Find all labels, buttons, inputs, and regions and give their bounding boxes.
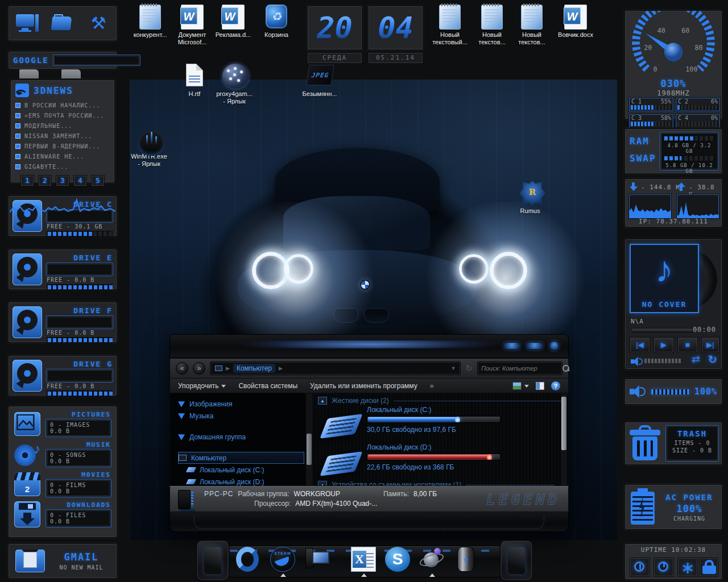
desktop-icon[interactable]: W Реклама.d... xyxy=(214,5,253,39)
breadcrumb[interactable]: ▶ Компьютер ▶ ▼ xyxy=(210,361,461,375)
lock-button[interactable] xyxy=(699,558,718,577)
pictures-icon[interactable] xyxy=(14,412,40,436)
disk-item-c[interactable]: Локальный диск (C:) 30,0 ГБ свободно из … xyxy=(325,406,500,439)
collapse-icon[interactable]: ▲ xyxy=(318,397,327,405)
downloads-icon[interactable] xyxy=(14,501,40,527)
window-titlebar[interactable] xyxy=(169,334,569,358)
search-box[interactable] xyxy=(477,361,562,375)
power-button[interactable] xyxy=(653,558,674,577)
computer-icon[interactable] xyxy=(15,13,39,34)
desktop-icon[interactable]: WinMTR.exe - Ярлык xyxy=(130,126,168,168)
system-properties-button[interactable]: Свойства системы xyxy=(238,382,297,390)
dock-canister-icon[interactable] xyxy=(453,547,478,572)
player-volume-icon[interactable] xyxy=(631,356,644,367)
dock-excel-icon[interactable]: X xyxy=(351,547,376,572)
views-button[interactable] xyxy=(512,382,529,390)
desktop-icon[interactable]: R Rumus xyxy=(513,181,547,215)
organize-button[interactable]: Упорядочить xyxy=(178,382,226,390)
previous-button[interactable]: |◀ xyxy=(630,337,650,353)
pictures-folder-icon[interactable] xyxy=(51,13,75,34)
music-icon[interactable]: ♪ xyxy=(14,442,40,466)
disk-item-d[interactable]: Локальный диск (D:) 22,6 ГБ свободно из … xyxy=(325,443,500,476)
dock-computer-icon[interactable] xyxy=(304,547,329,572)
trash-widget[interactable]: TRASH ITEMS - 0 SIZE - 0 B xyxy=(624,422,722,465)
gmail-status: NO NEW MAIL xyxy=(53,564,110,571)
google-search-input[interactable] xyxy=(53,55,140,65)
gmail-widget[interactable]: GMAIL NO NEW MAIL xyxy=(8,543,117,579)
preview-pane-button[interactable] xyxy=(536,382,544,390)
news-item[interactable]: МОДУЛЬНЫЕ... xyxy=(15,120,110,131)
desktop-icon[interactable]: W Документ Microsof... xyxy=(173,5,212,46)
dock-atom-icon[interactable] xyxy=(419,547,444,572)
desktop-icon[interactable]: JPEG Безымянн... xyxy=(300,64,339,98)
breadcrumb-current[interactable]: Компьютер xyxy=(233,364,275,373)
group-header-hdd[interactable]: ▲ Жесткие диски (2) xyxy=(312,393,568,406)
search-input[interactable] xyxy=(481,365,562,372)
news-item[interactable]: ALIENWARE НЕ... xyxy=(15,151,110,161)
hidden-tab-right[interactable] xyxy=(61,69,81,80)
maximize-button[interactable] xyxy=(526,342,543,350)
desktop-icon[interactable]: proxy4gam... - Ярлык xyxy=(215,64,254,105)
news-page-button[interactable]: 1 xyxy=(20,175,34,186)
repeat-icon[interactable]: ↻ xyxy=(708,353,717,366)
nav-item-pictures[interactable]: Изображения xyxy=(178,398,312,410)
news-page-button[interactable]: 5 xyxy=(91,175,105,186)
nav-item-computer[interactable]: Компьютер xyxy=(178,452,304,464)
nav-scrollbar[interactable] xyxy=(306,393,312,485)
recycle-bin-icon[interactable]: Корзина xyxy=(257,5,296,39)
news-page-button[interactable]: 4 xyxy=(73,175,87,186)
address-dropdown-icon[interactable]: ▼ xyxy=(451,365,456,371)
play-button[interactable]: ▶ xyxy=(653,337,674,353)
restart-button[interactable]: ∗ xyxy=(677,558,698,577)
desktop-icon[interactable]: W Вовчик.docx xyxy=(556,5,595,39)
shuffle-icon[interactable]: ⇄ xyxy=(692,353,700,365)
uninstall-program-button[interactable]: Удалить или изменить программу xyxy=(310,382,417,390)
forward-button[interactable]: » xyxy=(193,362,205,375)
news-page-button[interactable]: 3 xyxy=(56,175,69,186)
news-item[interactable]: NISSAN ЗАМЕНИТ... xyxy=(15,131,110,141)
nav-item-music[interactable]: Музыка xyxy=(178,410,312,422)
news-item[interactable]: GIGABYTE... xyxy=(15,161,110,172)
news-item[interactable]: «EMS ПОЧТА РОССИИ... xyxy=(15,110,110,120)
desktop-icon[interactable]: Новый текстовый... xyxy=(431,5,469,46)
hidden-tab-left[interactable] xyxy=(19,69,39,80)
news-item[interactable]: ПЕРВЫЙ 8-ЯДЕРНЫЙ... xyxy=(15,141,110,151)
stop-button[interactable]: ■ xyxy=(677,337,698,353)
desktop-icon[interactable]: H.rtf xyxy=(175,64,214,98)
group-header-removable[interactable]: ▲ Устройства со съемными носителями (1) xyxy=(312,477,560,485)
volume-slider[interactable] xyxy=(651,389,690,394)
speaker-icon[interactable] xyxy=(630,385,647,398)
pictures-count: 0 - IMAGES xyxy=(50,422,107,428)
dock-skype-icon[interactable]: S xyxy=(385,547,410,572)
back-button[interactable]: « xyxy=(176,362,188,375)
bullet-icon xyxy=(15,134,20,139)
drive-e-widget[interactable]: DRIVE E FREE - 0.0 B xyxy=(8,249,117,290)
toolbar-overflow-button[interactable]: » xyxy=(430,382,434,390)
dock-opera-icon[interactable] xyxy=(236,547,261,572)
next-button[interactable]: ▶| xyxy=(701,337,719,353)
nav-item-homegroup[interactable]: Домашняя группа xyxy=(178,431,312,443)
drive-f-widget[interactable]: DRIVE F FREE - 0.0 B xyxy=(8,302,117,343)
collapse-icon[interactable]: ▲ xyxy=(318,481,327,485)
help-button[interactable]: ? xyxy=(551,381,560,390)
music-count: 0 - SONGS xyxy=(50,452,107,458)
drive-g-widget[interactable]: DRIVE G FREE - 0.0 B xyxy=(8,355,117,396)
desktop-icon[interactable]: Новый текстов... xyxy=(473,5,511,46)
movies-icon[interactable]: 2 xyxy=(14,472,40,496)
news-page-button[interactable]: 2 xyxy=(38,175,52,186)
desktop-icon[interactable]: Новый текстов... xyxy=(512,5,551,46)
news-item[interactable]: В РОССИИ НАЧАЛИС... xyxy=(15,100,110,110)
progress-bar[interactable] xyxy=(631,328,693,332)
content-scrollbar[interactable] xyxy=(561,393,567,485)
refresh-icon[interactable]: ↻ xyxy=(465,363,473,373)
shutdown-button[interactable] xyxy=(630,558,650,577)
nav-item-disk-c[interactable]: Локальный диск (C:) xyxy=(178,464,312,476)
desktop-icon[interactable]: конкурент... xyxy=(131,5,169,39)
tools-icon[interactable]: ⚒ xyxy=(86,13,110,34)
player-volume-bar[interactable] xyxy=(644,359,682,363)
drive-c-widget[interactable]: DRIVE C FREE - 30.1 GB xyxy=(8,196,117,236)
dock-steam-icon[interactable] xyxy=(270,547,295,572)
minimize-button[interactable] xyxy=(503,342,520,350)
swap-label: SWAP xyxy=(630,153,656,164)
close-button[interactable] xyxy=(549,341,559,351)
